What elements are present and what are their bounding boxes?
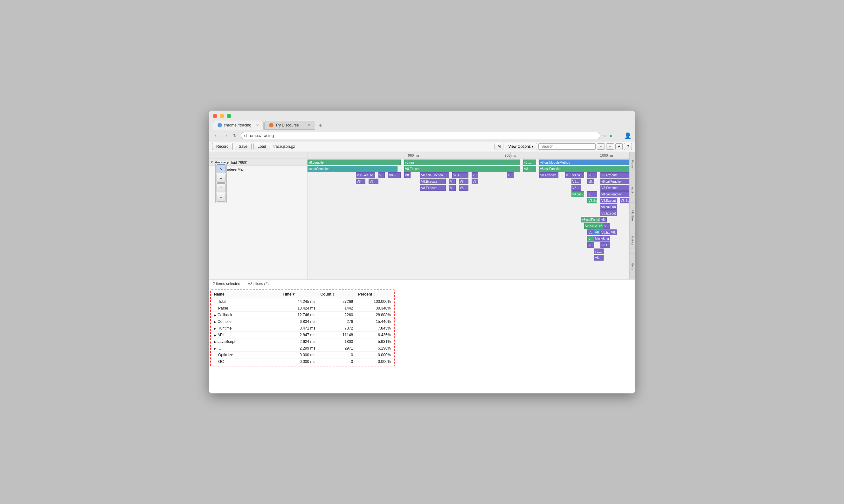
bar-v-3[interactable]: V bbox=[379, 172, 385, 178]
expand-icon[interactable]: ▶ bbox=[214, 340, 216, 343]
bar-v8-deep11[interactable]: v8.... bbox=[594, 249, 603, 254]
bar-v8-v8-3[interactable]: V8 bbox=[404, 172, 410, 178]
bar-v8ca-deep9[interactable]: v8.ca... bbox=[600, 236, 610, 241]
bar-v8callfunction-deep4[interactable]: v8.callFunction bbox=[600, 204, 617, 210]
bar-v8-execute-2[interactable]: V8.Execute bbox=[404, 166, 520, 172]
help-button[interactable]: ? bbox=[624, 143, 632, 150]
tab-discourse[interactable]: Try Discourse ✕ bbox=[264, 121, 315, 130]
forward-button[interactable]: → bbox=[222, 132, 229, 139]
refresh-button[interactable]: ↻ bbox=[232, 132, 238, 139]
menu-icon[interactable]: ⋮ bbox=[615, 133, 619, 138]
address-input[interactable] bbox=[241, 132, 600, 139]
bar-v8execute-deep5[interactable]: V8.Execute bbox=[600, 210, 617, 216]
expand-renderer-arrow[interactable]: ▼ bbox=[210, 161, 213, 164]
bar-v8-row4e[interactable]: V8... bbox=[572, 179, 581, 184]
bar-v8scr-deep7[interactable]: V8.Scr... bbox=[584, 223, 594, 229]
bar-v8execute-3[interactable]: V8.Execute bbox=[356, 172, 375, 178]
bar-v8execute-deep8[interactable]: V8.Execute bbox=[600, 230, 610, 235]
bar-v-deep7[interactable]: v... bbox=[603, 223, 610, 229]
metrics-label[interactable]: Metrics bbox=[630, 228, 635, 254]
bar-v8-row4c[interactable]: V8... bbox=[459, 179, 469, 184]
bar-v8-row4b[interactable]: V8 bbox=[369, 179, 378, 184]
bar-v-2-3[interactable]: V bbox=[565, 172, 572, 178]
load-button[interactable]: Load bbox=[253, 143, 270, 150]
save-button[interactable]: Save bbox=[235, 143, 251, 150]
expand-icon[interactable]: ▶ bbox=[214, 334, 216, 337]
bar-v8-row4a[interactable]: V8. bbox=[356, 179, 365, 184]
bar-v8exe-3[interactable]: V8.Execute bbox=[539, 172, 559, 178]
tool-pan-horizontal-button[interactable]: ↔ bbox=[216, 193, 226, 202]
bar-v8callfunction-row4[interactable]: v8.callFunction bbox=[600, 179, 629, 184]
bar-v8-deep6[interactable]: v8.... bbox=[600, 217, 607, 222]
bar-v8execute-row4[interactable]: V8.Execute bbox=[420, 179, 446, 184]
bar-v-deep[interactable]: v... bbox=[587, 191, 597, 197]
tool-zoom-button[interactable]: + bbox=[216, 174, 226, 183]
alerts-label[interactable]: Alerts bbox=[630, 254, 635, 279]
col-header-time[interactable]: Time ▾ bbox=[280, 291, 318, 298]
bar-min-deep9[interactable]: Min bbox=[594, 236, 600, 241]
bar-v8e-3[interactable]: V8.E... bbox=[388, 172, 401, 178]
bar-v8-row5b[interactable]: V8... bbox=[572, 185, 581, 191]
bar-v8callfunction-deep2[interactable]: v8.callFunction bbox=[600, 191, 629, 197]
bar-v8callfunction-deep6[interactable]: v8.callFunction bbox=[581, 217, 600, 222]
bar-v8-2[interactable]: V8... bbox=[523, 166, 536, 172]
col-header-count[interactable]: Count ↕ bbox=[318, 291, 356, 298]
bar-v8e2-3[interactable]: V8.E... bbox=[452, 172, 469, 178]
bar-v8-row4d[interactable]: V8. bbox=[472, 179, 478, 184]
bar-v-row5[interactable]: V bbox=[449, 185, 455, 191]
m-button[interactable]: M bbox=[494, 143, 504, 150]
bar-v8execute-deep3[interactable]: V8.Execute bbox=[600, 198, 617, 203]
bar-scriptcompiler[interactable]: scriptCompiler bbox=[307, 166, 398, 172]
bar-v8-row5[interactable]: V8. bbox=[459, 185, 469, 191]
back-button[interactable]: ← bbox=[213, 132, 220, 139]
search-input[interactable] bbox=[539, 143, 596, 150]
bar-v8-callmodulemethod[interactable]: v8.callModuleMethod bbox=[539, 160, 629, 165]
bar-v8-3[interactable]: V8... bbox=[472, 172, 478, 178]
nav-left-button[interactable]: ← bbox=[597, 143, 605, 150]
bar-v8-s-3[interactable]: v8 bbox=[507, 172, 513, 178]
bar-v8-min-deep8[interactable]: V8 bbox=[594, 230, 600, 235]
close-button[interactable] bbox=[213, 114, 217, 118]
bar-v8execute-row5b[interactable]: V8.Execute bbox=[600, 185, 629, 191]
tool-select-button[interactable]: ↖ bbox=[216, 164, 226, 173]
bar-v8-deep8a[interactable]: V8. bbox=[587, 230, 594, 235]
bar-v8-compile[interactable]: v8.compile bbox=[307, 160, 401, 165]
bar-v8-deep12[interactable]: V8.... bbox=[594, 255, 603, 260]
tool-pan-vertical-button[interactable]: ↕ bbox=[216, 183, 226, 192]
expand-icon[interactable]: ▶ bbox=[214, 320, 216, 324]
bar-callfunction-3[interactable]: V8.callFunction bbox=[420, 172, 449, 178]
bar-v8-callfunction-2[interactable]: v8.callFunction bbox=[539, 166, 629, 172]
expand-icon[interactable]: ▶ bbox=[214, 347, 216, 350]
view-options-button[interactable]: View Options ▾ bbox=[505, 143, 537, 150]
bar-v8callf-deep7[interactable]: v8.callF... bbox=[594, 223, 603, 229]
bar-v8ca-3[interactable]: v8.ca... bbox=[572, 172, 584, 178]
maximize-button[interactable] bbox=[227, 114, 231, 118]
tab-tracing-close[interactable]: ✕ bbox=[256, 123, 259, 127]
tab-tracing[interactable]: chrome://tracing ✕ bbox=[213, 121, 264, 130]
bar-v8-callfunction-deep[interactable]: v8.callF... bbox=[572, 191, 584, 197]
bar-v8e-deep10[interactable]: V8.E... bbox=[600, 242, 610, 248]
bar-v8-run[interactable]: v8.run bbox=[404, 160, 520, 165]
bar-v8-deep10[interactable]: V8. bbox=[587, 242, 594, 248]
expand-icon[interactable]: ▶ bbox=[214, 327, 216, 330]
record-button[interactable]: Record bbox=[212, 143, 233, 150]
bar-v8execute-row5[interactable]: V8.Execute bbox=[420, 185, 446, 191]
input-label[interactable]: Input bbox=[630, 177, 635, 203]
minimize-button[interactable] bbox=[220, 114, 224, 118]
bar-v-row4[interactable]: V bbox=[449, 179, 455, 184]
new-tab-button[interactable]: + bbox=[316, 121, 325, 130]
col-header-name[interactable]: Name bbox=[211, 291, 280, 298]
account-icon[interactable]: 👤 bbox=[624, 132, 631, 139]
bar-v8execute-r-3[interactable]: V8.Execute bbox=[600, 172, 629, 178]
bar-v8scr[interactable]: V8.Scr... bbox=[587, 198, 597, 203]
frame-label[interactable]: Frame bbox=[630, 152, 635, 177]
nav-enter-button[interactable]: ↵ bbox=[615, 143, 623, 150]
bar-v8-sc[interactable]: V8.Sc bbox=[620, 198, 629, 203]
bar-v8-row4f[interactable]: v8... bbox=[587, 179, 594, 184]
bar-v8-4-3[interactable]: V8... bbox=[587, 172, 597, 178]
bar-v8-deep8b[interactable]: V8. bbox=[610, 230, 616, 235]
tab-discourse-close[interactable]: ✕ bbox=[307, 123, 310, 127]
flame-chart[interactable]: 960 ms 980 ms 1000 ms v8.compile v8.run … bbox=[307, 152, 629, 279]
bookmark-icon[interactable]: ☆ bbox=[603, 133, 607, 138]
bar-v-deep9a[interactable]: v... bbox=[587, 236, 594, 241]
